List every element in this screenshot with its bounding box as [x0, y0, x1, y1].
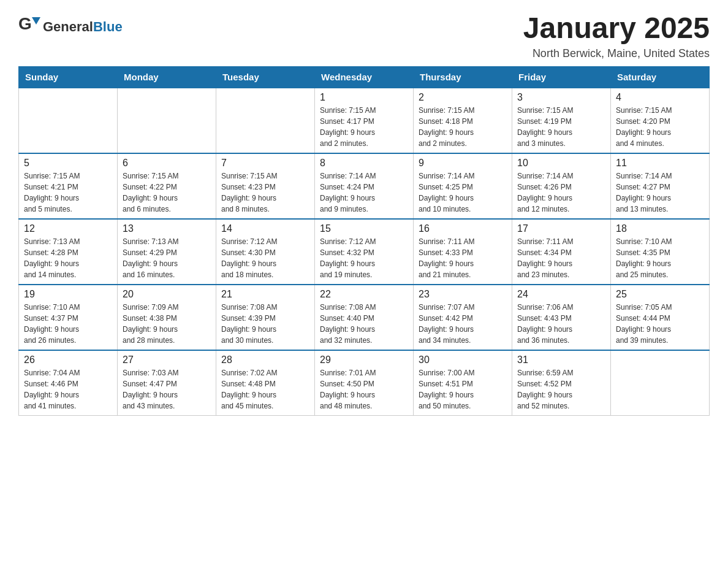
day-info: Sunrise: 7:15 AM Sunset: 4:19 PM Dayligh…	[517, 105, 605, 149]
day-number: 26	[24, 354, 112, 366]
weekday-header-sunday: Sunday	[19, 66, 118, 88]
day-number: 22	[320, 289, 408, 300]
day-number: 24	[517, 289, 605, 300]
calendar-cell	[611, 350, 710, 416]
day-number: 19	[24, 289, 112, 300]
title-section: January 2025 North Berwick, Maine, Unite…	[523, 12, 710, 60]
day-info: Sunrise: 6:59 AM Sunset: 4:52 PM Dayligh…	[517, 367, 605, 412]
calendar-cell: 30Sunrise: 7:00 AM Sunset: 4:51 PM Dayli…	[414, 350, 512, 416]
day-info: Sunrise: 7:04 AM Sunset: 4:46 PM Dayligh…	[24, 367, 112, 412]
week-row-4: 19Sunrise: 7:10 AM Sunset: 4:37 PM Dayli…	[19, 285, 710, 350]
day-number: 3	[517, 92, 605, 103]
day-info: Sunrise: 7:08 AM Sunset: 4:40 PM Dayligh…	[320, 302, 408, 346]
calendar-cell: 26Sunrise: 7:04 AM Sunset: 4:46 PM Dayli…	[19, 350, 118, 416]
day-info: Sunrise: 7:10 AM Sunset: 4:37 PM Dayligh…	[24, 302, 112, 346]
day-number: 25	[616, 289, 704, 300]
day-info: Sunrise: 7:13 AM Sunset: 4:29 PM Dayligh…	[123, 236, 211, 280]
calendar-cell: 5Sunrise: 7:15 AM Sunset: 4:21 PM Daylig…	[19, 153, 118, 219]
weekday-header-monday: Monday	[118, 66, 216, 88]
day-info: Sunrise: 7:09 AM Sunset: 4:38 PM Dayligh…	[123, 302, 211, 346]
day-info: Sunrise: 7:02 AM Sunset: 4:48 PM Dayligh…	[221, 367, 309, 412]
weekday-header-saturday: Saturday	[611, 66, 710, 88]
day-number: 20	[123, 289, 211, 300]
week-row-5: 26Sunrise: 7:04 AM Sunset: 4:46 PM Dayli…	[19, 350, 710, 416]
calendar-cell: 1Sunrise: 7:15 AM Sunset: 4:17 PM Daylig…	[315, 88, 414, 153]
day-info: Sunrise: 7:15 AM Sunset: 4:21 PM Dayligh…	[24, 170, 112, 215]
day-number: 31	[517, 354, 605, 366]
day-info: Sunrise: 7:15 AM Sunset: 4:18 PM Dayligh…	[419, 105, 507, 149]
calendar-cell	[216, 88, 315, 153]
calendar-cell: 10Sunrise: 7:14 AM Sunset: 4:26 PM Dayli…	[512, 153, 611, 219]
day-info: Sunrise: 7:14 AM Sunset: 4:25 PM Dayligh…	[419, 170, 507, 215]
calendar-cell: 15Sunrise: 7:12 AM Sunset: 4:32 PM Dayli…	[315, 219, 414, 285]
calendar-cell: 20Sunrise: 7:09 AM Sunset: 4:38 PM Dayli…	[118, 285, 216, 350]
calendar-cell: 16Sunrise: 7:11 AM Sunset: 4:33 PM Dayli…	[414, 219, 512, 285]
calendar-cell: 6Sunrise: 7:15 AM Sunset: 4:22 PM Daylig…	[118, 153, 216, 219]
calendar-cell: 18Sunrise: 7:10 AM Sunset: 4:35 PM Dayli…	[611, 219, 710, 285]
calendar-cell: 29Sunrise: 7:01 AM Sunset: 4:50 PM Dayli…	[315, 350, 414, 416]
week-row-3: 12Sunrise: 7:13 AM Sunset: 4:28 PM Dayli…	[19, 219, 710, 285]
day-info: Sunrise: 7:05 AM Sunset: 4:44 PM Dayligh…	[616, 302, 704, 346]
calendar-table: SundayMondayTuesdayWednesdayThursdayFrid…	[18, 66, 710, 416]
calendar-cell: 7Sunrise: 7:15 AM Sunset: 4:23 PM Daylig…	[216, 153, 315, 219]
day-info: Sunrise: 7:12 AM Sunset: 4:30 PM Dayligh…	[221, 236, 309, 280]
calendar-cell: 11Sunrise: 7:14 AM Sunset: 4:27 PM Dayli…	[611, 153, 710, 219]
calendar-cell: 4Sunrise: 7:15 AM Sunset: 4:20 PM Daylig…	[611, 88, 710, 153]
calendar-cell	[118, 88, 216, 153]
day-info: Sunrise: 7:15 AM Sunset: 4:22 PM Dayligh…	[123, 170, 211, 215]
day-number: 17	[517, 223, 605, 234]
day-info: Sunrise: 7:15 AM Sunset: 4:17 PM Dayligh…	[320, 105, 408, 149]
day-number: 30	[419, 354, 507, 366]
day-info: Sunrise: 7:01 AM Sunset: 4:50 PM Dayligh…	[320, 367, 408, 412]
day-number: 10	[517, 158, 605, 169]
day-number: 5	[24, 158, 112, 169]
calendar-cell: 2Sunrise: 7:15 AM Sunset: 4:18 PM Daylig…	[414, 88, 512, 153]
calendar-cell: 22Sunrise: 7:08 AM Sunset: 4:40 PM Dayli…	[315, 285, 414, 350]
calendar-cell: 9Sunrise: 7:14 AM Sunset: 4:25 PM Daylig…	[414, 153, 512, 219]
day-number: 15	[320, 223, 408, 234]
day-number: 9	[419, 158, 507, 169]
day-info: Sunrise: 7:14 AM Sunset: 4:26 PM Dayligh…	[517, 170, 605, 215]
day-number: 4	[616, 92, 704, 103]
day-info: Sunrise: 7:12 AM Sunset: 4:32 PM Dayligh…	[320, 236, 408, 280]
weekday-header-friday: Friday	[512, 66, 611, 88]
day-number: 23	[419, 289, 507, 300]
svg-marker-1	[32, 17, 40, 25]
week-row-2: 5Sunrise: 7:15 AM Sunset: 4:21 PM Daylig…	[19, 153, 710, 219]
day-number: 8	[320, 158, 408, 169]
location-subtitle: North Berwick, Maine, United States	[523, 47, 710, 60]
page-title: January 2025	[523, 12, 710, 45]
day-number: 28	[221, 354, 309, 366]
day-number: 18	[616, 223, 704, 234]
day-info: Sunrise: 7:08 AM Sunset: 4:39 PM Dayligh…	[221, 302, 309, 346]
day-info: Sunrise: 7:11 AM Sunset: 4:34 PM Dayligh…	[517, 236, 605, 280]
logo-icon: G	[18, 12, 40, 42]
week-row-1: 1Sunrise: 7:15 AM Sunset: 4:17 PM Daylig…	[19, 88, 710, 153]
weekday-header-thursday: Thursday	[414, 66, 512, 88]
day-info: Sunrise: 7:11 AM Sunset: 4:33 PM Dayligh…	[419, 236, 507, 280]
weekday-header-wednesday: Wednesday	[315, 66, 414, 88]
day-number: 21	[221, 289, 309, 300]
calendar-cell: 8Sunrise: 7:14 AM Sunset: 4:24 PM Daylig…	[315, 153, 414, 219]
day-info: Sunrise: 7:06 AM Sunset: 4:43 PM Dayligh…	[517, 302, 605, 346]
day-info: Sunrise: 7:07 AM Sunset: 4:42 PM Dayligh…	[419, 302, 507, 346]
calendar-cell: 24Sunrise: 7:06 AM Sunset: 4:43 PM Dayli…	[512, 285, 611, 350]
day-number: 16	[419, 223, 507, 234]
day-info: Sunrise: 7:14 AM Sunset: 4:24 PM Dayligh…	[320, 170, 408, 215]
calendar-cell: 19Sunrise: 7:10 AM Sunset: 4:37 PM Dayli…	[19, 285, 118, 350]
logo-general: General	[43, 19, 93, 35]
day-info: Sunrise: 7:15 AM Sunset: 4:23 PM Dayligh…	[221, 170, 309, 215]
weekday-header-tuesday: Tuesday	[216, 66, 315, 88]
day-info: Sunrise: 7:15 AM Sunset: 4:20 PM Dayligh…	[616, 105, 704, 149]
day-number: 27	[123, 354, 211, 366]
day-number: 13	[123, 223, 211, 234]
logo-text: General Blue	[43, 19, 123, 35]
calendar-cell: 13Sunrise: 7:13 AM Sunset: 4:29 PM Dayli…	[118, 219, 216, 285]
day-number: 2	[419, 92, 507, 103]
calendar-cell: 17Sunrise: 7:11 AM Sunset: 4:34 PM Dayli…	[512, 219, 611, 285]
logo: G General Blue	[18, 12, 123, 42]
day-info: Sunrise: 7:10 AM Sunset: 4:35 PM Dayligh…	[616, 236, 704, 280]
svg-text:G: G	[18, 14, 32, 33]
day-number: 12	[24, 223, 112, 234]
calendar-cell: 31Sunrise: 6:59 AM Sunset: 4:52 PM Dayli…	[512, 350, 611, 416]
